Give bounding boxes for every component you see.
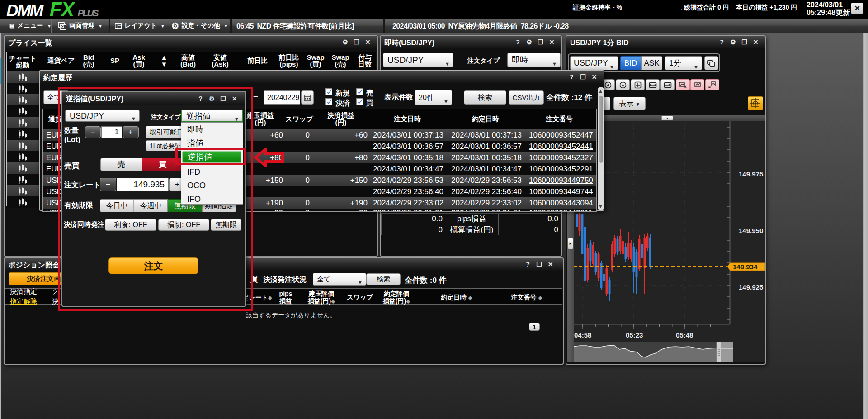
svg-text:149.934: 149.934 — [733, 263, 758, 271]
